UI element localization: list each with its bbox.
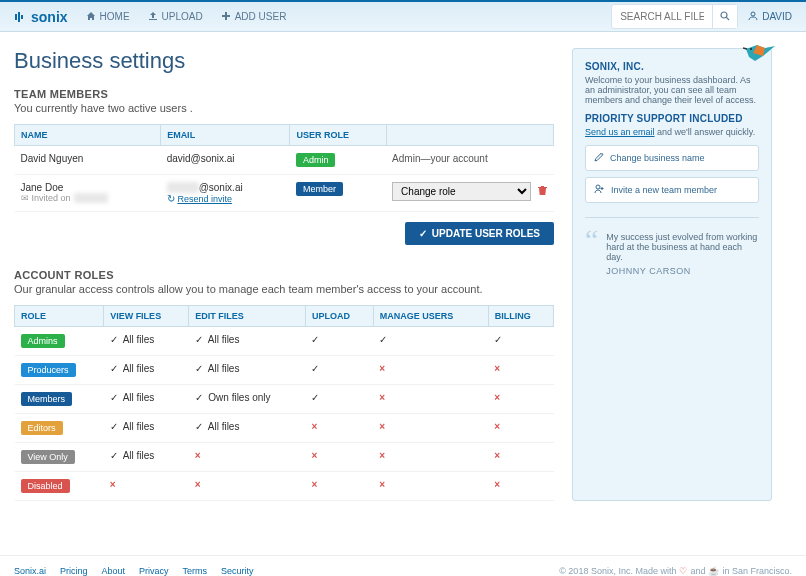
col-extra: [386, 125, 553, 146]
col-billing: BILLING: [488, 306, 553, 327]
cross-icon: ×: [379, 479, 385, 490]
check-icon: ✓: [419, 228, 427, 239]
action-label: Invite a new team member: [611, 185, 717, 195]
cross-icon: ×: [311, 421, 317, 432]
main: Business settings TEAM MEMBERS You curre…: [0, 32, 806, 525]
cross-icon: ×: [379, 450, 385, 461]
team-subtitle: You currently have two active users .: [14, 102, 554, 114]
role-badge-member: Member: [296, 182, 343, 196]
upload-icon: [148, 11, 158, 23]
sidebar-welcome: Welcome to your business dashboard. As a…: [585, 75, 759, 105]
role-badge: Disabled: [21, 479, 70, 493]
nav-add-user-label: ADD USER: [235, 11, 287, 22]
action-label: Change business name: [610, 153, 705, 163]
role-badge: Admins: [21, 334, 65, 348]
footer-link[interactable]: Privacy: [139, 566, 169, 576]
bird-icon: [743, 39, 777, 69]
check-icon: ✓: [195, 392, 209, 403]
member-email: xxxx@sonix.ai: [167, 182, 284, 193]
svg-line-7: [743, 48, 747, 49]
check-icon: ✓: [195, 334, 208, 345]
topbar-right: DAVID: [611, 4, 792, 29]
user-menu[interactable]: DAVID: [748, 11, 792, 23]
sidebar-company: SONIX, INC.: [585, 61, 759, 72]
role-badge: View Only: [21, 450, 75, 464]
trash-icon[interactable]: [537, 185, 548, 198]
nav-home-label: HOME: [100, 11, 130, 22]
col-email: EMAIL: [161, 125, 290, 146]
change-role-group: Change role: [392, 182, 547, 201]
check-icon: ✓: [110, 392, 123, 403]
roles-table: ROLE VIEW FILES EDIT FILES UPLOAD MANAGE…: [14, 305, 554, 501]
check-icon: ✓: [110, 450, 123, 461]
check-icon: ✓: [311, 334, 319, 345]
cross-icon: ×: [379, 421, 385, 432]
cross-icon: ×: [195, 479, 201, 490]
logo[interactable]: sonix: [14, 9, 68, 25]
footer-links: Sonix.ai Pricing About Privacy Terms Sec…: [14, 566, 254, 576]
cross-icon: ×: [494, 450, 500, 461]
table-row: David Nguyen david@sonix.ai Admin Admin—…: [15, 146, 554, 175]
resend-invite-link[interactable]: Resend invite: [177, 194, 232, 204]
invited-line: ✉ Invited on xxxxx: [21, 193, 155, 203]
table-row: Editors ✓ All files ✓ All files × × ×: [15, 414, 554, 443]
nav-add-user[interactable]: ADD USER: [221, 11, 287, 23]
cross-icon: ×: [110, 479, 116, 490]
col-upload: UPLOAD: [305, 306, 373, 327]
cross-icon: ×: [311, 450, 317, 461]
search-input[interactable]: [612, 7, 712, 26]
check-icon: ✓: [311, 363, 319, 374]
search-box: [611, 4, 738, 29]
check-icon: ✓: [110, 334, 123, 345]
quote-text: My success just evolved from working har…: [606, 232, 759, 262]
svg-rect-2: [21, 15, 23, 19]
role-badge: Producers: [21, 363, 76, 377]
svg-line-4: [726, 17, 729, 20]
quote-icon: “: [585, 232, 598, 276]
envelope-icon: ✉: [21, 193, 29, 203]
member-name: David Nguyen: [15, 146, 161, 175]
check-icon: ✓: [311, 392, 319, 403]
member-email: david@sonix.ai: [161, 146, 290, 175]
check-icon: ✓: [195, 421, 208, 432]
topbar: sonix HOME UPLOAD ADD USER DAVID: [0, 0, 806, 32]
update-wrap: ✓ UPDATE USER ROLES: [14, 212, 554, 245]
coffee-icon: ☕: [708, 566, 719, 576]
invite-team-member-button[interactable]: Invite a new team member: [585, 177, 759, 203]
update-roles-button[interactable]: ✓ UPDATE USER ROLES: [405, 222, 554, 245]
search-icon: [720, 9, 730, 24]
roles-subtitle: Our granular access controls allow you t…: [14, 283, 554, 295]
topnav: HOME UPLOAD ADD USER: [86, 11, 287, 23]
nav-upload[interactable]: UPLOAD: [148, 11, 203, 23]
role-select[interactable]: Change role: [392, 182, 530, 201]
nav-home[interactable]: HOME: [86, 11, 130, 23]
content: Business settings TEAM MEMBERS You curre…: [14, 48, 554, 501]
send-email-link[interactable]: Send us an email: [585, 127, 655, 137]
col-edit: EDIT FILES: [189, 306, 306, 327]
footer-link[interactable]: Security: [221, 566, 254, 576]
change-business-name-button[interactable]: Change business name: [585, 145, 759, 171]
table-row: Jane Doe ✉ Invited on xxxxx xxxx@sonix.a…: [15, 175, 554, 212]
table-row: View Only ✓ All files × × × ×: [15, 443, 554, 472]
quote: “ My success just evolved from working h…: [585, 217, 759, 276]
footer-link[interactable]: Pricing: [60, 566, 88, 576]
user-icon: [748, 11, 758, 23]
footer-right: © 2018 Sonix, Inc. Made with ♡ and ☕ in …: [559, 566, 792, 576]
svg-point-6: [750, 48, 752, 50]
footer-link[interactable]: Sonix.ai: [14, 566, 46, 576]
table-row: Members ✓ All files ✓ Own files only ✓ ×…: [15, 385, 554, 414]
table-row: Producers ✓ All files ✓ All files ✓ × ×: [15, 356, 554, 385]
cross-icon: ×: [379, 363, 385, 374]
footer-link[interactable]: Terms: [183, 566, 208, 576]
check-icon: ✓: [110, 363, 123, 374]
redacted-date: xxxxx: [74, 193, 109, 203]
admin-note: Admin—your account: [386, 146, 553, 175]
role-badge: Members: [21, 392, 73, 406]
resend-icon: ↻: [167, 193, 178, 204]
footer-link[interactable]: About: [102, 566, 126, 576]
table-row: Disabled × × × × ×: [15, 472, 554, 501]
col-manage: MANAGE USERS: [373, 306, 488, 327]
search-button[interactable]: [712, 5, 737, 28]
svg-point-8: [596, 185, 600, 189]
check-icon: ✓: [195, 363, 208, 374]
